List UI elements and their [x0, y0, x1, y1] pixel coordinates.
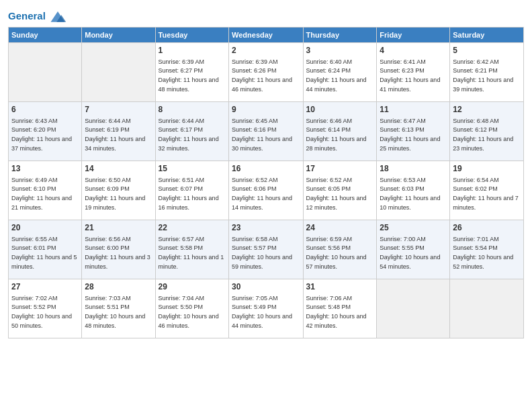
calendar-cell: 13Sunrise: 6:49 AM Sunset: 6:10 PM Dayli…: [9, 161, 82, 220]
day-number: 25: [380, 222, 447, 234]
day-number: 2: [232, 45, 300, 56]
logo-icon: [48, 7, 67, 26]
calendar-row: 27Sunrise: 7:02 AM Sunset: 5:52 PM Dayli…: [9, 279, 524, 338]
calendar-cell: 20Sunrise: 6:55 AM Sunset: 6:01 PM Dayli…: [9, 220, 82, 279]
day-number: 5: [453, 45, 521, 56]
day-number: 28: [85, 281, 152, 293]
page: General SundayMondayTuesdayWednesdayThur…: [0, 0, 532, 411]
day-number: 31: [306, 281, 374, 293]
day-detail: Sunrise: 7:03 AM Sunset: 5:51 PM Dayligh…: [85, 295, 145, 329]
logo: General: [8, 7, 67, 23]
calendar-cell: 23Sunrise: 6:58 AM Sunset: 5:57 PM Dayli…: [229, 220, 303, 279]
day-number: 10: [306, 104, 374, 116]
calendar-row: 20Sunrise: 6:55 AM Sunset: 6:01 PM Dayli…: [9, 220, 524, 279]
day-number: 21: [85, 222, 152, 234]
day-number: 3: [306, 45, 374, 56]
day-number: 18: [380, 163, 447, 175]
calendar-cell: 26Sunrise: 7:01 AM Sunset: 5:54 PM Dayli…: [450, 220, 524, 279]
day-number: 17: [306, 163, 374, 175]
logo-text: General: [8, 11, 46, 22]
calendar-row: 13Sunrise: 6:49 AM Sunset: 6:10 PM Dayli…: [9, 161, 524, 220]
calendar-cell: 28Sunrise: 7:03 AM Sunset: 5:51 PM Dayli…: [82, 279, 155, 338]
day-detail: Sunrise: 6:41 AM Sunset: 6:23 PM Dayligh…: [380, 58, 440, 93]
calendar-cell: [82, 43, 155, 102]
day-detail: Sunrise: 7:06 AM Sunset: 5:48 PM Dayligh…: [306, 295, 367, 329]
day-number: 23: [232, 222, 300, 234]
day-detail: Sunrise: 6:56 AM Sunset: 6:00 PM Dayligh…: [85, 236, 150, 270]
calendar-cell: 30Sunrise: 7:05 AM Sunset: 5:49 PM Dayli…: [229, 279, 303, 338]
day-number: 22: [159, 222, 226, 234]
header-row: SundayMondayTuesdayWednesdayThursdayFrid…: [9, 28, 524, 43]
calendar-cell: 29Sunrise: 7:04 AM Sunset: 5:50 PM Dayli…: [155, 279, 228, 338]
day-detail: Sunrise: 6:53 AM Sunset: 6:03 PM Dayligh…: [380, 177, 440, 211]
calendar-cell: 25Sunrise: 7:00 AM Sunset: 5:55 PM Dayli…: [377, 220, 450, 279]
day-detail: Sunrise: 6:39 AM Sunset: 6:27 PM Dayligh…: [159, 58, 219, 93]
weekday-header: Saturday: [450, 28, 524, 43]
day-detail: Sunrise: 6:42 AM Sunset: 6:21 PM Dayligh…: [453, 58, 513, 93]
day-detail: Sunrise: 6:58 AM Sunset: 5:57 PM Dayligh…: [232, 236, 292, 270]
calendar-cell: [377, 279, 450, 338]
day-number: 12: [453, 104, 521, 116]
day-number: 8: [159, 104, 226, 116]
calendar-cell: [9, 43, 82, 102]
calendar-cell: 14Sunrise: 6:50 AM Sunset: 6:09 PM Dayli…: [82, 161, 155, 220]
day-number: 1: [159, 45, 226, 56]
day-number: 26: [453, 222, 521, 234]
calendar-cell: 9Sunrise: 6:45 AM Sunset: 6:16 PM Daylig…: [229, 102, 303, 161]
calendar-cell: 18Sunrise: 6:53 AM Sunset: 6:03 PM Dayli…: [377, 161, 450, 220]
day-detail: Sunrise: 7:00 AM Sunset: 5:55 PM Dayligh…: [380, 236, 440, 270]
calendar-table: SundayMondayTuesdayWednesdayThursdayFrid…: [8, 27, 524, 338]
calendar-cell: 27Sunrise: 7:02 AM Sunset: 5:52 PM Dayli…: [9, 279, 82, 338]
day-number: 15: [159, 163, 226, 175]
calendar-cell: 17Sunrise: 6:52 AM Sunset: 6:05 PM Dayli…: [303, 161, 377, 220]
day-detail: Sunrise: 6:52 AM Sunset: 6:05 PM Dayligh…: [306, 177, 367, 211]
header: General: [8, 7, 524, 23]
calendar-cell: 4Sunrise: 6:41 AM Sunset: 6:23 PM Daylig…: [377, 43, 450, 102]
day-detail: Sunrise: 6:48 AM Sunset: 6:12 PM Dayligh…: [453, 118, 513, 152]
day-detail: Sunrise: 6:52 AM Sunset: 6:06 PM Dayligh…: [232, 177, 292, 211]
day-number: 24: [306, 222, 374, 234]
day-detail: Sunrise: 6:50 AM Sunset: 6:09 PM Dayligh…: [85, 177, 145, 211]
calendar-cell: 22Sunrise: 6:57 AM Sunset: 5:58 PM Dayli…: [155, 220, 228, 279]
calendar-cell: 3Sunrise: 6:40 AM Sunset: 6:24 PM Daylig…: [303, 43, 377, 102]
day-detail: Sunrise: 6:59 AM Sunset: 5:56 PM Dayligh…: [306, 236, 367, 270]
day-number: 30: [232, 281, 300, 293]
calendar-row: 1Sunrise: 6:39 AM Sunset: 6:27 PM Daylig…: [9, 43, 524, 102]
calendar-cell: 6Sunrise: 6:43 AM Sunset: 6:20 PM Daylig…: [9, 102, 82, 161]
calendar-cell: 7Sunrise: 6:44 AM Sunset: 6:19 PM Daylig…: [82, 102, 155, 161]
calendar-cell: 11Sunrise: 6:47 AM Sunset: 6:13 PM Dayli…: [377, 102, 450, 161]
day-detail: Sunrise: 6:45 AM Sunset: 6:16 PM Dayligh…: [232, 118, 292, 152]
day-number: 13: [11, 163, 79, 175]
day-number: 20: [11, 222, 79, 234]
calendar-cell: 1Sunrise: 6:39 AM Sunset: 6:27 PM Daylig…: [155, 43, 228, 102]
day-detail: Sunrise: 6:57 AM Sunset: 5:58 PM Dayligh…: [159, 236, 224, 270]
calendar-cell: 19Sunrise: 6:54 AM Sunset: 6:02 PM Dayli…: [450, 161, 524, 220]
calendar-cell: 10Sunrise: 6:46 AM Sunset: 6:14 PM Dayli…: [303, 102, 377, 161]
day-number: 19: [453, 163, 521, 175]
day-detail: Sunrise: 7:01 AM Sunset: 5:54 PM Dayligh…: [453, 236, 513, 270]
day-detail: Sunrise: 6:46 AM Sunset: 6:14 PM Dayligh…: [306, 118, 367, 152]
day-detail: Sunrise: 6:54 AM Sunset: 6:02 PM Dayligh…: [453, 177, 519, 211]
day-detail: Sunrise: 6:40 AM Sunset: 6:24 PM Dayligh…: [306, 58, 367, 93]
calendar-row: 6Sunrise: 6:43 AM Sunset: 6:20 PM Daylig…: [9, 102, 524, 161]
weekday-header: Thursday: [303, 28, 377, 43]
calendar-cell: 31Sunrise: 7:06 AM Sunset: 5:48 PM Dayli…: [303, 279, 377, 338]
day-detail: Sunrise: 6:43 AM Sunset: 6:20 PM Dayligh…: [11, 118, 72, 152]
day-detail: Sunrise: 6:51 AM Sunset: 6:07 PM Dayligh…: [159, 177, 219, 211]
day-number: 27: [11, 281, 79, 293]
day-number: 14: [85, 163, 152, 175]
calendar-cell: 24Sunrise: 6:59 AM Sunset: 5:56 PM Dayli…: [303, 220, 377, 279]
day-detail: Sunrise: 6:39 AM Sunset: 6:26 PM Dayligh…: [232, 58, 292, 93]
day-number: 11: [380, 104, 447, 116]
day-number: 4: [380, 45, 447, 56]
day-number: 29: [159, 281, 226, 293]
day-detail: Sunrise: 6:44 AM Sunset: 6:19 PM Dayligh…: [85, 118, 145, 152]
day-detail: Sunrise: 6:44 AM Sunset: 6:17 PM Dayligh…: [159, 118, 219, 152]
day-detail: Sunrise: 6:49 AM Sunset: 6:10 PM Dayligh…: [11, 177, 72, 211]
day-number: 7: [85, 104, 152, 116]
calendar-cell: 2Sunrise: 6:39 AM Sunset: 6:26 PM Daylig…: [229, 43, 303, 102]
day-detail: Sunrise: 6:55 AM Sunset: 6:01 PM Dayligh…: [11, 236, 77, 270]
weekday-header: Monday: [82, 28, 155, 43]
day-detail: Sunrise: 7:04 AM Sunset: 5:50 PM Dayligh…: [159, 295, 219, 329]
day-number: 9: [232, 104, 300, 116]
